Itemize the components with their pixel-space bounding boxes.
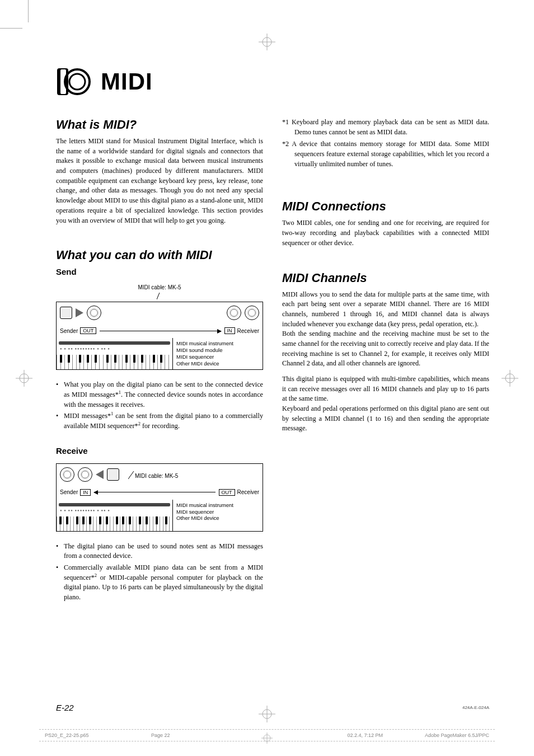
body-text: Both the sending machine and the receivi… [282,329,489,369]
diagram-label: Receiver [237,328,259,334]
diagram-info: MIDI musical instrument MIDI sequencer O… [173,500,263,531]
registration-mark-icon [259,34,275,50]
chapter-icon [56,67,94,96]
port-label: OUT [219,489,235,496]
arrow-right-icon [100,331,221,331]
speaker-icon [78,467,92,482]
keyboard-icon: ● ● ●● ●●●●●●●● ● ●● ● [57,338,173,369]
imposition-bar: PS20_E_22-25.p65 Page 22 02.2.4, 7:12 PM… [39,729,495,741]
subheading-send: Send [56,267,263,276]
receive-diagram: MIDI cable: MK-5 Sender IN OUT [56,463,263,532]
registration-mark-icon [259,706,275,722]
speaker-icon [87,306,101,320]
diagram-label: Sender [60,328,78,334]
send-bullets: What you play on the digital piano can b… [56,380,263,431]
right-column: *1 Keyboard play and memory playback dat… [282,118,489,608]
heading-midi-connections: MIDI Connections [282,199,489,214]
svg-line-15 [128,471,134,479]
registration-mark-icon [261,732,273,744]
subheading-receive: Receive [56,446,263,456]
port-label: OUT [80,327,96,334]
svg-point-13 [69,74,85,90]
heading-what-you-can-do: What you can do with MIDI [56,248,263,262]
keyboard-icon: ● ● ●● ●●●●●●●● ● ●● ● [57,500,173,531]
content-area: MIDI What is MIDI? The letters MIDI stan… [56,67,489,700]
chapter-title: MIDI [101,68,153,95]
list-item: The digital piano can be used to sound n… [56,542,263,561]
left-column: What is MIDI? The letters MIDI stand for… [56,118,263,608]
port-label: IN [224,327,235,334]
device-icon [107,468,119,481]
page-number: E-22 [56,703,74,712]
diagram-label: Receiver [237,489,259,495]
imposition-app: Adobe PageMaker 6.5J/PPC [425,732,489,738]
send-diagram: MIDI cable: MK-5 S [56,284,263,370]
speaker-icon [245,306,259,320]
registration-mark-icon [16,370,32,387]
diagram-info: MIDI musical instrument MIDI sound modul… [173,338,263,369]
receive-bullets: The digital piano can be used to sound n… [56,542,263,603]
heading-what-is-midi: What is MIDI? [56,118,263,132]
svg-line-14 [157,293,160,299]
page: MIDI What is MIDI? The letters MIDI stan… [0,0,534,756]
port-label: IN [80,489,91,496]
body-text: This digital piano is equipped with mult… [282,374,489,404]
diagram-caption: MIDI cable: MK-5 [135,473,178,479]
diagram-caption: MIDI cable: MK-5 [56,284,263,290]
heading-midi-channels: MIDI Channels [282,271,489,285]
crop-mark [28,0,29,22]
registration-mark-icon [502,370,518,387]
list-item: MIDI messages*1 can be sent from the dig… [56,411,263,431]
crop-mark [0,28,22,29]
diagram-label: Sender [60,489,78,495]
body-text: Two MIDI cables, one for sending and one… [282,218,489,248]
imposition-file: PS20_E_22-25.p65 [45,732,89,738]
list-item: Commercially available MIDI piano data c… [56,563,263,603]
speaker-icon [60,467,74,482]
body-text: MIDI allows you to send the data for mul… [282,290,489,330]
document-code: 424A-E-024A [462,705,489,710]
arrow-right-icon [76,308,83,317]
body-text: The letters MIDI stand for Musical Instr… [56,137,263,226]
arrow-left-icon [96,470,104,479]
device-icon [60,307,72,319]
speaker-icon [227,306,241,320]
imposition-page: Page 22 [151,732,170,738]
body-text: Keyboard and pedal operations performed … [282,404,489,434]
footnote: *2 A device that contains memory storage… [282,139,489,169]
arrow-left-icon [94,492,215,492]
chapter-header: MIDI [56,67,489,96]
list-item: What you play on the digital piano can b… [56,380,263,410]
footnote: *1 Keyboard play and memory playback dat… [282,118,489,137]
imposition-date: 02.2.4, 7:12 PM [347,732,383,738]
